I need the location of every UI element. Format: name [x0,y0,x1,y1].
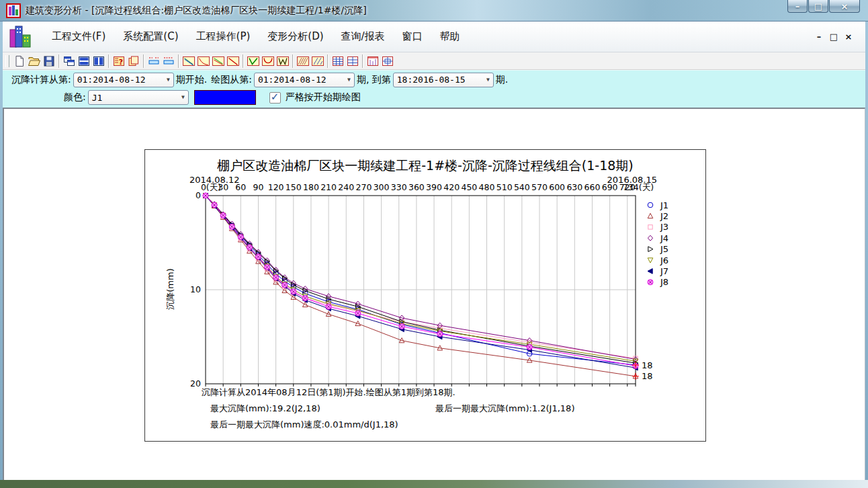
color-swatch[interactable] [194,90,256,105]
toolbar-separator [327,54,329,68]
cascade-windows-icon[interactable] [62,54,77,68]
app-window: 建筑变形分析 - [沉降过程线组合:棚户区改造油棉厂区块一期续建工程/1#楼/沉… [0,0,868,488]
draw-to-label: 期, 到第 [357,74,391,86]
calc-period-label: 沉降计算从第: [11,74,71,86]
svg-text:450: 450 [461,182,477,192]
svg-text:J4: J4 [660,233,668,243]
draw-to-suffix: 期. [496,74,508,86]
diagonal-chart-icon[interactable] [226,54,241,68]
svg-text:690: 690 [602,182,618,192]
chart-panel: 棚户区改造油棉厂区块一期续建工程-1#楼-沉降-沉降过程线组合(1-18期) 2… [144,149,706,442]
control-row-periods: 沉降计算从第: 01:2014-08-12 期开始. 绘图从第: 01:2014… [3,71,865,89]
level-route-2-icon[interactable] [161,54,176,68]
svg-text:570: 570 [531,182,548,192]
toolbar-separator [58,54,60,68]
save-file-icon[interactable] [42,54,56,68]
menu-item-0[interactable]: 工程文件(F) [43,27,114,46]
calc-period-select[interactable]: 01:2014-08-12 [73,73,174,87]
draw-from-label: 绘图从第: [211,74,252,86]
window-controls: –□× [787,0,860,13]
copy-pages-icon[interactable] [126,54,141,68]
app-logo-icon [8,24,34,50]
project-settings-icon[interactable]: ? [112,54,126,68]
menu-item-2[interactable]: 工程操作(P) [187,27,259,46]
hatch-chart-2-icon[interactable] [310,54,325,68]
window-border-left [0,22,3,480]
toolbar-separator [243,54,244,68]
svg-text:J5: J5 [660,244,668,254]
new-file-icon[interactable] [12,54,27,68]
chart-note-rate: 最后一期最大沉降(mm)速度:0.01mm/d(J1,18) [210,419,398,431]
svg-text:J8: J8 [660,277,668,287]
maximize-button[interactable]: □ [808,0,828,13]
calc-period-value: 01:2014-08-12 [77,75,146,85]
centered-chart-icon[interactable] [380,54,395,68]
minimize-button[interactable]: – [787,0,808,13]
control-panel: 沉降计算从第: 01:2014-08-12 期开始. 绘图从第: 01:2014… [3,70,865,108]
svg-text:J7: J7 [660,266,668,276]
open-file-icon[interactable] [27,54,42,68]
color-label: 颜色: [64,91,86,104]
mdi-restore-button[interactable]: □ [826,32,841,42]
svg-text:480: 480 [479,182,495,192]
menu-item-1[interactable]: 系统配置(C) [114,27,187,46]
draw-to-select[interactable]: 18:2016-08-15 [393,73,494,87]
mdi-close-button[interactable]: × [841,32,856,42]
titlebar: 建筑变形分析 - [沉降过程线组合:棚户区改造油棉厂区块一期续建工程/1#楼/沉… [0,0,868,22]
tile-vertical-icon[interactable] [91,54,106,68]
mdi-minimize-button[interactable]: – [812,32,826,42]
u-curve-chart-icon[interactable] [261,54,275,68]
point-color-select[interactable]: J1 [88,90,189,105]
mdi-client-area: 棚户区改造油棉厂区块一期续建工程-1#楼-沉降-沉降过程线组合(1-18期) 2… [3,108,865,480]
toolbar: ? [3,52,865,70]
svg-text:540: 540 [514,182,530,192]
multi-line-chart-icon[interactable] [211,54,226,68]
data-grid-icon[interactable] [331,54,345,68]
svg-text:60: 60 [235,182,246,192]
svg-text:J3: J3 [660,222,668,232]
menu-item-5[interactable]: 窗口 [394,27,431,46]
menu: 工程文件(F)系统配置(C)工程操作(P)变形分析(D)查询/报表窗口帮助 [43,27,469,46]
mdi-window-controls: –□× [812,32,865,42]
menu-item-6[interactable]: 帮助 [431,27,469,46]
toolbar-separator [362,54,363,68]
svg-text:390: 390 [426,182,442,192]
svg-text:J2: J2 [660,211,668,221]
curve-chart-icon[interactable] [196,54,211,68]
svg-text:300: 300 [374,182,390,192]
calc-period-suffix: 期开始. [176,74,207,86]
svg-text:180: 180 [303,182,319,192]
svg-text:660: 660 [584,182,601,192]
toolbar-grip[interactable] [5,55,9,67]
process-line-chart-icon[interactable] [181,54,196,68]
draw-from-select[interactable]: 01:2014-08-12 [254,73,355,87]
svg-text:420: 420 [443,182,460,192]
strict-start-label: 严格按开始期绘图 [286,91,361,104]
time-series-chart-icon[interactable] [365,54,380,68]
toolbar-separator [108,54,110,68]
svg-text:10: 10 [190,284,201,294]
svg-text:240: 240 [338,182,354,192]
point-color-value: J1 [92,93,103,103]
svg-text:20: 20 [190,378,201,389]
menu-item-4[interactable]: 查询/报表 [333,27,394,46]
window-border-bottom [0,480,868,488]
chart-note-period: 沉降计算从2014年08月12日(第1期)开始.绘图从第1期到第18期. [202,387,455,399]
strict-start-checkbox[interactable] [269,92,281,104]
window-border-right [865,22,868,480]
tile-horizontal-icon[interactable] [77,54,91,68]
svg-text:90: 90 [253,182,264,192]
svg-text:330: 330 [391,182,407,192]
toolbar-separator [292,54,294,68]
w-curve-chart-icon[interactable] [275,54,290,68]
menu-item-3[interactable]: 变形分析(D) [259,27,332,46]
close-button[interactable]: × [829,0,860,13]
draw-to-value: 18:2016-08-15 [397,75,466,85]
svg-text:734(天): 734(天) [623,182,654,192]
level-route-icon[interactable] [146,54,161,68]
hatch-chart-icon[interactable] [296,54,310,68]
v-curve-chart-icon[interactable] [246,54,261,68]
chart-note-max-settlement: 最大沉降(mm):19.2(J2,18) [210,403,320,415]
data-grid-2-icon[interactable] [345,54,360,68]
svg-text:30: 30 [218,182,228,192]
